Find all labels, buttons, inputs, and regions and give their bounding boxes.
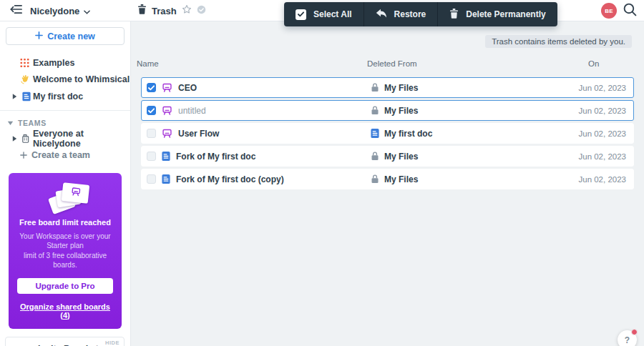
sidebar-divider — [0, 110, 130, 111]
trash-page: Trash contains items deleted by you. Nam… — [132, 21, 644, 346]
sidebar-item-examples[interactable]: Examples — [0, 54, 130, 71]
sidebar-item-everyone-team[interactable]: Everyone at Nicelydone — [0, 130, 130, 147]
create-new-button[interactable]: Create new — [6, 27, 125, 45]
invite-people-card[interactable]: HIDE Invite People to This Workspace — [5, 337, 125, 346]
wave-hand-icon — [20, 74, 30, 84]
row-date: Jun 02, 2023 — [578, 129, 626, 138]
whimsical-app: Nicelydone Trash BE — [0, 0, 644, 346]
promo-body-line1: Your Workspace is over your Starter plan — [19, 232, 110, 250]
select-all-button[interactable]: Select All — [284, 2, 364, 26]
row-deleted-from: My Files — [384, 83, 418, 93]
row-date: Jun 02, 2023 — [578, 152, 626, 161]
sidebar-item-label: My first doc — [33, 92, 83, 102]
promo-title: Free board limit reached — [17, 218, 113, 227]
table-header: Name Deleted From On — [137, 59, 634, 68]
column-header-on: On — [588, 59, 634, 68]
doc-icon — [371, 129, 379, 138]
caret-down-icon — [7, 119, 14, 127]
hide-invite-button[interactable]: HIDE — [105, 340, 119, 346]
favorite-star-icon[interactable] — [182, 4, 192, 17]
create-team-label: Create a team — [31, 150, 90, 160]
plus-icon — [20, 152, 27, 159]
create-new-label: Create new — [47, 31, 95, 41]
sidebar-item-welcome[interactable]: Welcome to Whimsical — [0, 71, 130, 89]
deleted-from-cell: My Files — [371, 152, 578, 162]
trash-row[interactable]: User FlowMy first docJun 02, 2023 — [141, 123, 634, 144]
name-cell: untitled — [147, 105, 371, 116]
page-title: Trash — [152, 6, 177, 16]
notice-row: Trash contains items deleted by you. — [132, 35, 644, 48]
sidebar-nav: Examples Welcome to Whimsical My first d… — [0, 54, 130, 105]
caret-right-icon[interactable] — [12, 93, 17, 99]
name-cell: CEO — [147, 82, 371, 93]
promo-body: Your Workspace is over your Starter plan… — [17, 232, 113, 270]
sidebar: Create new Examples Welcome to Whimsical — [0, 21, 131, 346]
trash-row[interactable]: Fork of My first doc (copy)My FilesJun 0… — [141, 169, 634, 189]
select-all-checkbox[interactable] — [296, 9, 306, 20]
lock-icon — [371, 174, 379, 184]
board-icon — [70, 186, 82, 199]
restore-label: Restore — [394, 9, 426, 19]
promo-illustration — [17, 181, 113, 215]
restore-button[interactable]: Restore — [364, 2, 438, 26]
search-button[interactable] — [622, 3, 638, 19]
circle-check-icon[interactable] — [197, 4, 206, 17]
row-date: Jun 02, 2023 — [578, 175, 626, 184]
trash-row[interactable]: CEOMy FilesJun 02, 2023 — [141, 77, 634, 98]
promo-card-front — [62, 182, 90, 204]
board-icon — [162, 128, 172, 139]
doc-icon — [162, 174, 170, 184]
row-checkbox[interactable] — [147, 83, 156, 92]
sidebar-item-label: Everyone at Nicelydone — [33, 129, 130, 149]
row-name: Fork of My first doc (copy) — [176, 174, 284, 184]
row-deleted-from: My Files — [384, 152, 418, 162]
column-header-deleted-from: Deleted From — [367, 59, 588, 68]
workspace-name: Nicelydone — [30, 6, 79, 16]
name-cell: Fork of My first doc (copy) — [147, 174, 371, 184]
row-date: Jun 02, 2023 — [578, 84, 626, 92]
restore-icon — [376, 9, 387, 21]
lock-icon — [371, 106, 379, 115]
upgrade-promo-card: Free board limit reached Your Workspace … — [9, 173, 122, 329]
trash-icon — [137, 4, 147, 17]
collapse-sidebar-icon — [9, 4, 23, 18]
board-icon — [162, 105, 172, 116]
collapse-sidebar-button[interactable] — [8, 4, 24, 17]
document-icon — [22, 92, 31, 101]
row-checkbox[interactable] — [147, 129, 156, 138]
row-deleted-from: My Files — [384, 174, 418, 184]
row-checkbox[interactable] — [147, 152, 156, 161]
row-name: User Flow — [178, 129, 219, 139]
select-all-label: Select All — [313, 9, 352, 19]
plus-icon — [35, 31, 43, 41]
selection-toolbar: Select All Restore Delete Permanently — [284, 2, 557, 26]
row-checkbox[interactable] — [147, 106, 156, 115]
trash-row[interactable]: Fork of My first docMy FilesJun 02, 2023 — [141, 146, 634, 167]
row-deleted-from: My Files — [384, 106, 418, 116]
notification-dot — [631, 329, 638, 335]
board-icon — [162, 82, 172, 93]
lock-icon — [371, 83, 379, 92]
row-deleted-from: My first doc — [384, 129, 432, 139]
sidebar-item-my-first-doc[interactable]: My first doc — [0, 88, 130, 105]
workspace-switcher[interactable]: Nicelydone — [30, 0, 90, 21]
upgrade-to-pro-button[interactable]: Upgrade to Pro — [17, 278, 113, 294]
trash-notice-badge: Trash contains items deleted by you. — [485, 35, 632, 48]
create-team-button[interactable]: Create a team — [0, 147, 130, 164]
deleted-from-cell: My first doc — [371, 129, 578, 139]
help-button[interactable]: ? — [618, 330, 637, 346]
organize-shared-boards-link[interactable]: Organize shared boards (4) — [17, 302, 113, 320]
trash-icon — [449, 9, 459, 21]
trash-table-body: CEOMy FilesJun 02, 2023untitledMy FilesJ… — [141, 77, 634, 189]
teams-section-header[interactable]: TEAMS — [0, 116, 130, 130]
teams-header-label: TEAMS — [18, 119, 47, 127]
delete-permanently-button[interactable]: Delete Permanently — [438, 2, 557, 26]
sidebar-item-label: Examples — [33, 58, 74, 68]
caret-right-icon[interactable] — [12, 135, 17, 142]
deleted-from-cell: My Files — [371, 83, 578, 93]
row-name: Fork of My first doc — [176, 152, 255, 162]
trash-row[interactable]: untitledMy FilesJun 02, 2023 — [141, 100, 634, 121]
avatar[interactable]: BE — [601, 3, 617, 19]
examples-grid-icon — [20, 58, 29, 67]
row-checkbox[interactable] — [147, 174, 156, 184]
